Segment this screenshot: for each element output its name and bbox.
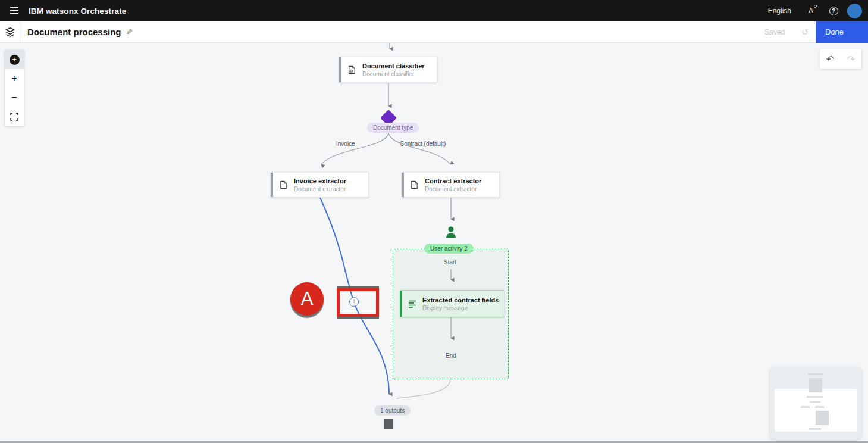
node-accent-bar <box>402 173 404 197</box>
node-contract-extractor[interactable]: Contract extractor Document extractor <box>402 172 500 198</box>
saved-status: Saved <box>755 28 794 36</box>
user-activity-label: User activity 2 <box>424 244 474 254</box>
flow-title: Document processing <box>27 27 121 37</box>
fit-to-screen-button[interactable] <box>5 107 24 126</box>
branch-label-invoice: Invoice <box>336 141 355 147</box>
activity-start-label: Start <box>444 259 456 266</box>
product-title: IBM watsonx Orchestrate <box>29 7 126 15</box>
minimap-viewport[interactable] <box>775 389 857 432</box>
edge-activity-to-outputs[interactable] <box>396 379 450 398</box>
node-title: Invoice extractor <box>294 177 346 185</box>
node-subtitle: Display message <box>422 305 499 311</box>
document-icon <box>410 180 419 189</box>
top-bar-right: English A ? <box>760 0 868 21</box>
layers-icon[interactable] <box>0 21 20 43</box>
edge-decision-to-invoice[interactable] <box>321 133 388 164</box>
node-invoice-extractor[interactable]: Invoice extractor Document extractor <box>271 172 369 198</box>
node-subtitle: Document extractor <box>425 186 481 192</box>
fit-to-screen-icon <box>10 113 18 121</box>
help-icon[interactable]: ? <box>822 0 845 21</box>
minimap[interactable] <box>770 367 861 439</box>
outputs-label: 1 outputs <box>374 405 411 416</box>
top-bar: IBM watsonx Orchestrate English A ? <box>0 0 868 21</box>
text-size-icon[interactable]: A <box>800 0 822 21</box>
node-accent-bar <box>271 173 273 197</box>
display-message-icon <box>408 300 416 308</box>
annotation-marker-a: A <box>290 282 324 316</box>
window-bottom-edge <box>0 441 868 443</box>
document-classifier-icon <box>347 65 356 74</box>
hamburger-menu-icon[interactable] <box>0 0 29 21</box>
node-title: Document classifier <box>362 63 425 70</box>
node-document-classifier[interactable]: Document classifier Document classifier <box>339 57 437 83</box>
document-icon <box>279 180 288 189</box>
edit-title-icon[interactable]: ✎ <box>126 27 133 36</box>
node-subtitle: Document classifier <box>362 71 425 77</box>
activity-end-label: End <box>446 352 456 359</box>
decision-label: Document type <box>367 123 419 133</box>
add-node-on-edge-button[interactable]: + <box>349 297 359 307</box>
node-accent-bar <box>339 57 341 82</box>
node-accent-bar <box>400 291 402 317</box>
undo-redo-panel: ↶ ↷ <box>820 49 861 69</box>
user-avatar[interactable] <box>847 4 862 18</box>
user-activity-person-icon <box>443 224 459 240</box>
node-extracted-contract-fields[interactable]: Extracted contract fields Display messag… <box>400 290 504 317</box>
zoom-out-button[interactable]: − <box>5 88 24 107</box>
flow-header: Document processing ✎ Saved ↺ Done <box>0 21 868 43</box>
edge-decision-to-contract[interactable] <box>388 133 450 164</box>
output-node[interactable] <box>384 419 393 429</box>
node-title: Contract extractor <box>425 177 481 185</box>
node-subtitle: Document extractor <box>294 186 346 192</box>
canvas-toolbar: + + − <box>5 50 24 126</box>
version-history-icon[interactable]: ↺ <box>794 21 816 43</box>
add-node-button[interactable]: + <box>5 50 24 69</box>
branch-label-contract: Contract (default) <box>400 141 446 147</box>
add-node-icon: + <box>10 55 20 65</box>
done-button[interactable]: Done <box>816 21 868 43</box>
language-selector[interactable]: English <box>760 7 800 15</box>
node-title: Extracted contract fields <box>422 297 499 304</box>
undo-button[interactable]: ↶ <box>820 49 841 69</box>
redo-button[interactable]: ↷ <box>841 49 861 69</box>
app-window: IBM watsonx Orchestrate English A ? Docu… <box>0 0 868 443</box>
flow-header-right: Saved ↺ Done <box>755 21 868 43</box>
zoom-in-button[interactable]: + <box>5 69 24 88</box>
